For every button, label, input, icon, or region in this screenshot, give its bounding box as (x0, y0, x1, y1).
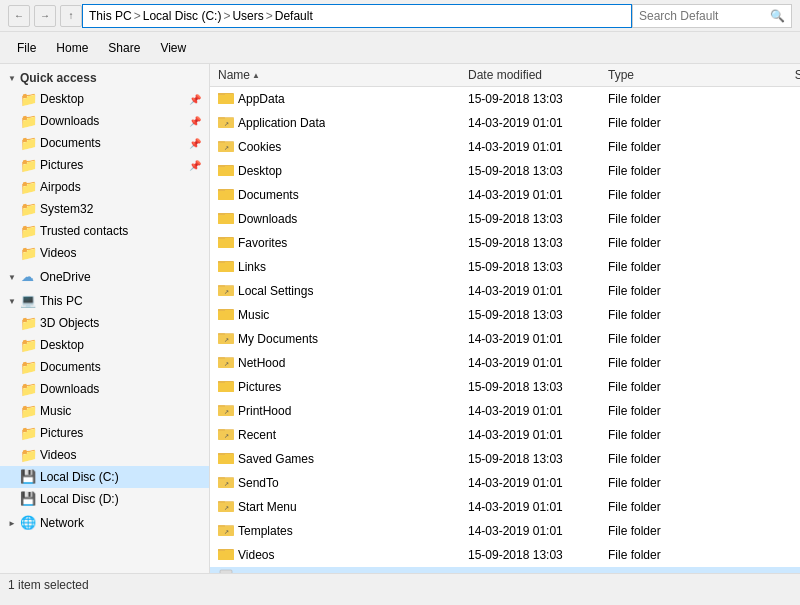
sidebar-item-trusted-contacts[interactable]: 📁 Trusted contacts (0, 220, 209, 242)
svg-rect-54 (218, 453, 225, 455)
file-name-text: Links (238, 260, 266, 274)
file-name-text: Downloads (238, 212, 297, 226)
file-date-cell: 14-03-2019 01:01 (468, 524, 608, 538)
sidebar-item-airpods[interactable]: 📁 Airpods (0, 176, 209, 198)
sidebar-item-label: Trusted contacts (40, 224, 128, 238)
table-row[interactable]: Favorites 15-09-2018 13:03 File folder (210, 231, 800, 255)
sidebar-item-local-disc-c[interactable]: 💾 Local Disc (C:) (0, 466, 209, 488)
svg-text:↗: ↗ (224, 121, 229, 127)
table-row[interactable]: ↗ Local Settings 14-03-2019 01:01 File f… (210, 279, 800, 303)
file-menu[interactable]: File (8, 38, 45, 58)
title-bar: ← → ↑ This PC > Local Disc (C:) > Users … (0, 0, 800, 32)
sidebar-item-pictures-qa[interactable]: 📁 Pictures 📌 (0, 154, 209, 176)
table-row[interactable]: ↗ My Documents 14-03-2019 01:01 File fol… (210, 327, 800, 351)
table-row[interactable]: Links 15-09-2018 13:03 File folder (210, 255, 800, 279)
this-pc-label: This PC (40, 294, 83, 308)
back-button[interactable]: ← (8, 5, 30, 27)
svg-rect-70 (220, 570, 232, 573)
svg-text:↗: ↗ (224, 361, 229, 367)
home-menu[interactable]: Home (47, 38, 97, 58)
search-input[interactable] (639, 9, 770, 23)
table-row[interactable]: Documents 14-03-2019 01:01 File folder (210, 183, 800, 207)
col-header-type[interactable]: Type (608, 68, 738, 82)
sidebar-item-downloads-pc[interactable]: 📁 Downloads (0, 378, 209, 400)
path-local-disc[interactable]: Local Disc (C:) (143, 9, 222, 23)
svg-rect-65 (218, 525, 225, 527)
sidebar-item-network[interactable]: ► 🌐 Network (0, 512, 209, 534)
sidebar-item-label: Airpods (40, 180, 81, 194)
path-default[interactable]: Default (275, 9, 313, 23)
svg-rect-9 (218, 141, 225, 143)
table-row[interactable]: ↗ Cookies 14-03-2019 01:01 File folder (210, 135, 800, 159)
sidebar-item-documents-pc[interactable]: 📁 Documents (0, 356, 209, 378)
search-box[interactable]: 🔍 (632, 4, 792, 28)
status-bar: 1 item selected (0, 573, 800, 595)
up-button[interactable]: ↑ (60, 5, 82, 27)
file-name-text: Music (238, 308, 269, 322)
file-date-cell: 15-09-2018 13:03 (468, 164, 608, 178)
table-row[interactable]: ↗ Start Menu 14-03-2019 01:01 File folde… (210, 495, 800, 519)
forward-button[interactable]: → (34, 5, 56, 27)
file-type-cell: File folder (608, 356, 738, 370)
col-header-name[interactable]: Name ▲ (218, 68, 468, 82)
table-row[interactable]: Videos 15-09-2018 13:03 File folder (210, 543, 800, 567)
table-row[interactable]: NTUSER 25-04-2019 15:41 DAT File 256 KB (210, 567, 800, 573)
sidebar-item-documents-qa[interactable]: 📁 Documents 📌 (0, 132, 209, 154)
sidebar-item-pictures-pc[interactable]: 📁 Pictures (0, 422, 209, 444)
table-row[interactable]: Saved Games 15-09-2018 13:03 File folder (210, 447, 800, 471)
sidebar-item-this-pc[interactable]: ▼ 💻 This PC (0, 290, 209, 312)
svg-rect-5 (218, 117, 225, 119)
path-users[interactable]: Users (232, 9, 263, 23)
file-date-cell: 14-03-2019 01:01 (468, 500, 608, 514)
table-row[interactable]: Downloads 15-09-2018 13:03 File folder (210, 207, 800, 231)
col-header-size[interactable]: Size (738, 68, 800, 82)
file-type-cell: File folder (608, 452, 738, 466)
table-row[interactable]: ↗ PrintHood 14-03-2019 01:01 File folder (210, 399, 800, 423)
file-name-text: Documents (238, 188, 299, 202)
table-row[interactable]: ↗ Templates 14-03-2019 01:01 File folder (210, 519, 800, 543)
table-row[interactable]: AppData 15-09-2018 13:03 File folder (210, 87, 800, 111)
file-name-text: Start Menu (238, 500, 297, 514)
sidebar-item-3d-objects[interactable]: 📁 3D Objects (0, 312, 209, 334)
file-type-cell: DAT File (608, 572, 738, 574)
sidebar-item-label: Desktop (40, 92, 84, 106)
nav-buttons[interactable]: ← → ↑ (8, 5, 82, 27)
file-type-cell: File folder (608, 284, 738, 298)
sidebar-item-system32[interactable]: 📁 System32 (0, 198, 209, 220)
file-name-cell: Videos (218, 545, 468, 564)
sidebar-item-desktop-qa[interactable]: 📁 Desktop 📌 (0, 88, 209, 110)
sidebar-item-videos-pc[interactable]: 📁 Videos (0, 444, 209, 466)
quick-access-section: ▼ Quick access 📁 Desktop 📌 📁 Downloads 📌… (0, 68, 209, 264)
sidebar-item-music-pc[interactable]: 📁 Music (0, 400, 209, 422)
file-name-cell: ↗ Local Settings (218, 281, 468, 300)
svg-text:↗: ↗ (224, 289, 229, 295)
sidebar-item-local-disc-d[interactable]: 💾 Local Disc (D:) (0, 488, 209, 510)
view-menu[interactable]: View (151, 38, 195, 58)
quick-access-header[interactable]: ▼ Quick access (0, 68, 209, 88)
table-row[interactable]: ↗ SendTo 14-03-2019 01:01 File folder (210, 471, 800, 495)
table-row[interactable]: Pictures 15-09-2018 13:03 File folder (210, 375, 800, 399)
share-menu[interactable]: Share (99, 38, 149, 58)
file-name-text: Desktop (238, 164, 282, 178)
file-name-text: NetHood (238, 356, 285, 370)
file-name-cell: ↗ NetHood (218, 353, 468, 372)
table-row[interactable]: Desktop 15-09-2018 13:03 File folder (210, 159, 800, 183)
sidebar-item-downloads-qa[interactable]: 📁 Downloads 📌 (0, 110, 209, 132)
table-row[interactable]: ↗ Recent 14-03-2019 01:01 File folder (210, 423, 800, 447)
table-row[interactable]: Music 15-09-2018 13:03 File folder (210, 303, 800, 327)
table-row[interactable]: ↗ Application Data 14-03-2019 01:01 File… (210, 111, 800, 135)
col-header-date[interactable]: Date modified (468, 68, 608, 82)
svg-rect-57 (218, 477, 225, 479)
folder-icon: 📁 (20, 91, 36, 107)
file-name-text: Templates (238, 524, 293, 538)
folder-icon: ↗ (218, 329, 234, 348)
sidebar-item-videos-qa[interactable]: 📁 Videos (0, 242, 209, 264)
file-name-text: Saved Games (238, 452, 314, 466)
table-row[interactable]: ↗ NetHood 14-03-2019 01:01 File folder (210, 351, 800, 375)
sidebar-item-onedrive[interactable]: ▼ ☁ OneDrive (0, 266, 209, 288)
file-name-cell: Links (218, 257, 468, 276)
address-bar[interactable]: This PC > Local Disc (C:) > Users > Defa… (82, 4, 632, 28)
file-date-cell: 14-03-2019 01:01 (468, 116, 608, 130)
sidebar-item-desktop-pc[interactable]: 📁 Desktop (0, 334, 209, 356)
path-this-pc[interactable]: This PC (89, 9, 132, 23)
